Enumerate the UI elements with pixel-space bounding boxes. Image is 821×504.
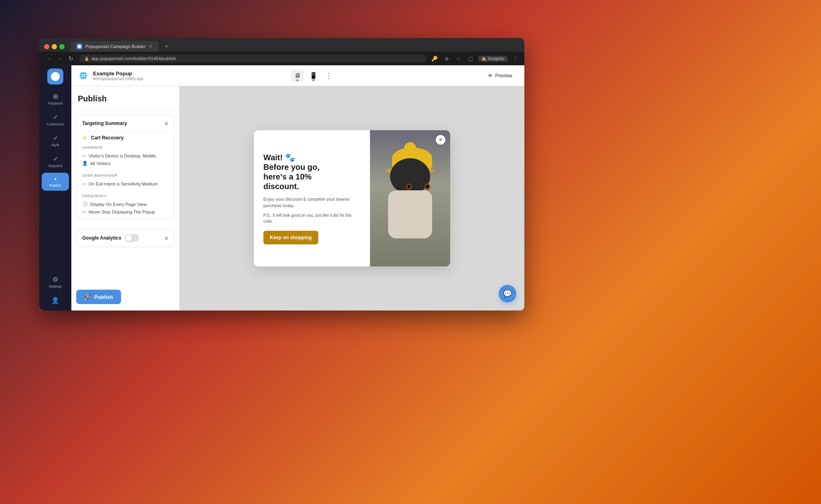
sidebar-segment-label: Segment [48,164,63,168]
key-icon[interactable]: 🔑 [430,54,439,63]
app-header-left: 🌐 Example Popup demopopupsmart.netlify.a… [78,70,143,81]
tab-close-button[interactable]: ✕ [149,44,153,49]
popup-right-image [370,130,450,266]
sidebar-item-segment[interactable]: ✓ Segment [42,152,69,171]
exit-intent-text: On Exit Intent is Sensitivity:Medium [89,181,158,186]
close-window-button[interactable] [44,44,49,49]
tab-title: Popupsmart Campaign Builder [85,44,146,49]
popup-headline: Wait! 🐾 Before you go, here's a 10% disc… [263,153,360,191]
sidebar-item-help[interactable]: 👤 [42,293,69,307]
url-field[interactable]: 🔒 app.popupsmart.com/builder/31454/publi… [79,54,426,62]
customize-check-icon: ✓ [53,113,58,121]
popup-info: Example Popup demopopupsmart.netlify.app [93,71,143,81]
popup-card: ✕ Wait! 🐾 Before you go, here's a 10% di… [254,130,450,266]
sidebar-customize-label: Customize [47,122,64,126]
popup-close-button[interactable]: ✕ [436,135,445,145]
visitors-icon: 👤 [82,161,88,166]
targeting-summary-section: Targeting Summary ∧ ⚡ Cart Recovery AUDI… [76,115,174,219]
app-logo[interactable] [47,69,63,85]
tab-favicon [77,44,82,49]
popup-headline-line1: Wait! 🐾 [263,153,295,162]
popup-left-content: Wait! 🐾 Before you go, here's a 10% disc… [254,130,370,266]
more-options-button[interactable]: ⋮ [323,70,334,81]
device-audience-icon: ▭ [82,153,86,158]
browser-actions: 🔑 ⊗ ☆ ▢ 🕵 Incognito ⋮ [430,54,520,63]
pug-illustration [382,142,438,254]
never-stop-icon: ▭ [82,209,86,214]
back-button[interactable]: ‹ [44,54,53,63]
audience-row-visitors: 👤 All Visitors [82,159,168,167]
sidebar-item-customize[interactable]: ✓ Customize [42,110,69,129]
audience-device-text: Visitor's Device is Desktop, Mobile, [89,153,157,158]
sidebar-item-style[interactable]: ✓ Style [42,131,69,150]
popup-url: demopopupsmart.netlify.app [93,77,143,81]
google-analytics-header[interactable]: Google Analytics ∨ [77,229,174,247]
lock-icon: 🔒 [84,56,89,61]
minimize-window-button[interactable] [52,44,57,49]
tab-bar: Popupsmart Campaign Builder ✕ + [39,38,524,52]
popup-preview-area: ✕ Wait! 🐾 Before you go, here's a 10% di… [180,86,524,310]
incognito-badge: 🕵 Incognito [478,56,508,62]
mobile-device-button[interactable]: 📱 [307,69,320,82]
analytics-chevron-icon: ∨ [164,235,168,241]
analytics-left: Google Analytics [82,234,139,242]
browser-chrome: Popupsmart Campaign Builder ✕ + ‹ › ↻ 🔒 … [39,38,524,65]
pug-right-pupil [426,185,429,188]
help-icon: 👤 [51,296,59,304]
google-analytics-toggle[interactable] [125,234,139,242]
chat-support-button[interactable]: 💬 [499,285,516,302]
sidebar-item-settings[interactable]: ⚙ Settings [42,272,69,292]
window-icon[interactable]: ▢ [466,54,475,63]
cast-off-icon[interactable]: ⊗ [442,54,451,63]
browser-window: Popupsmart Campaign Builder ✕ + ‹ › ↻ 🔒 … [39,38,524,310]
frequency-group: FREQUENCY 🕐 Display On Every Page View. … [77,191,174,219]
pug-image [370,130,450,266]
mobile-inactive-dot [313,79,315,81]
publish-button-container: 🚀 Publish [71,283,179,310]
app-header-right: 👁 Preview [482,71,518,81]
main-content: 🌐 Example Popup demopopupsmart.netlify.a… [71,65,524,310]
desktop-device-button[interactable]: 🖥 [291,69,304,82]
publish-action-button[interactable]: 🚀 Publish [76,290,121,304]
audience-row-device: ▭ Visitor's Device is Desktop, Mobile, [82,152,168,159]
frequency-row-never-stop: ▭ Never Stop Displaying The Popup [82,208,168,216]
forward-button[interactable]: › [55,54,64,63]
audience-visitors-text: All Visitors [90,161,111,166]
sidebar: ⊞ Playbook ✓ Customize ✓ Style ✓ Segment… [39,65,71,310]
pug-sweater [388,190,432,238]
sidebar-settings-label: Settings [49,284,62,288]
url-text: app.popupsmart.com/builder/31454/publish [91,56,176,61]
popup-headline-line4: discount. [263,182,299,191]
sidebar-item-publish[interactable]: 4 Publish [42,173,69,191]
browser-tab-active[interactable]: Popupsmart Campaign Builder ✕ [71,41,158,52]
nav-buttons: ‹ › ↻ [44,54,75,63]
cart-recovery-item: ⚡ Cart Recovery [77,131,174,142]
pug-head [390,158,430,194]
audience-group: AUDIENCE ▭ Visitor's Device is Desktop, … [77,142,174,170]
settings-gear-icon: ⚙ [53,276,58,283]
app-content: ⊞ Playbook ✓ Customize ✓ Style ✓ Segment… [39,65,524,310]
bookmark-icon[interactable]: ☆ [454,54,463,63]
pug-left-eye [406,183,412,190]
lightning-icon: ⚡ [82,135,88,141]
toggle-knob [125,235,132,241]
popup-name: Example Popup [93,71,143,77]
sidebar-item-playbook[interactable]: ⊞ Playbook [42,89,69,109]
app-header-center: 🖥 📱 ⋮ [291,69,334,82]
playbook-icon: ⊞ [53,93,58,100]
desktop-icon: 🖥 [294,72,301,79]
publish-header: Publish [71,86,179,110]
maximize-window-button[interactable] [59,44,65,49]
popup-headline-line3: here's a 10% [263,172,311,181]
targeting-summary-header[interactable]: Targeting Summary ∧ [77,115,174,131]
address-bar: ‹ › ↻ 🔒 app.popupsmart.com/builder/31454… [39,52,524,65]
popup-cta-button[interactable]: Keep on shopping [263,231,318,244]
incognito-icon: 🕵 [481,56,486,61]
new-tab-button[interactable]: + [162,41,172,52]
popup-ps-text: P.S.: It will look good on you, just lik… [263,212,360,224]
reload-button[interactable]: ↻ [67,54,75,63]
menu-dots-icon[interactable]: ⋮ [511,54,520,63]
preview-button[interactable]: 👁 Preview [482,71,518,81]
google-analytics-section: Google Analytics ∨ [76,229,174,247]
traffic-lights [44,44,65,49]
